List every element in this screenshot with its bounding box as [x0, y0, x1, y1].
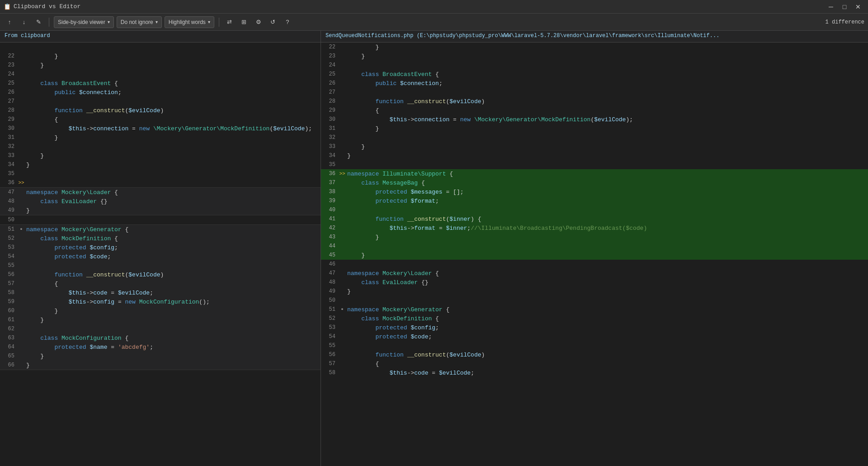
ignore-chevron: ▾: [156, 19, 158, 24]
nav-prev-button[interactable]: ↑: [4, 16, 15, 28]
left-panel-header: From clipboard: [0, 31, 321, 42]
close-button[interactable]: ✕: [852, 2, 864, 11]
table-row: 29 {: [321, 106, 868, 115]
ignore-label: Do not ignore: [121, 19, 153, 25]
table-row: 50: [321, 296, 868, 305]
table-row: 49 }: [0, 206, 321, 215]
table-row: 56 function __construct($evilCode): [321, 350, 868, 359]
ignore-dropdown[interactable]: Do not ignore ▾: [117, 16, 162, 28]
table-row: 48 class EvalLoader {}: [0, 197, 321, 206]
table-row: 31 }: [0, 133, 321, 142]
table-row: 25 class BroadcastEvent {: [0, 79, 321, 88]
table-row: 53 protected $config;: [321, 323, 868, 332]
table-row: 45 }: [321, 251, 868, 260]
table-row: 58 $this->code = $evilCode;: [0, 288, 321, 297]
table-row: 24: [0, 70, 321, 79]
maximize-button[interactable]: □: [838, 2, 851, 11]
settings-button[interactable]: ⚙: [253, 16, 264, 28]
table-row: 40: [321, 205, 868, 214]
table-row: 38 protected $messages = [];: [321, 187, 868, 196]
panels-header: From clipboard SendQueuedNotifications.p…: [0, 31, 868, 43]
table-row: 50: [0, 215, 321, 224]
table-row: 48 class EvalLoader {}: [321, 278, 868, 287]
table-row: 51 ● namespace Mockery\Generator {: [321, 305, 868, 314]
right-code-panel[interactable]: 22 } 23 } 24 25: [321, 43, 868, 466]
table-row: 32: [0, 142, 321, 151]
table-row: 57 {: [321, 359, 868, 368]
title-bar: 📋 Clipboard vs Editor ─ □ ✕: [0, 0, 868, 14]
table-row: 28 function __construct($evilCode): [321, 97, 868, 106]
viewer-chevron: ▾: [108, 19, 110, 24]
table-row: 39 protected $format;: [321, 196, 868, 205]
table-row: 26 public $connection;: [321, 79, 868, 88]
table-row: 25 class BroadcastEvent {: [321, 70, 868, 79]
table-row: 61 }: [0, 315, 321, 324]
toolbar-separator-2: [219, 18, 219, 27]
toolbar-separator-1: [49, 18, 49, 27]
table-row: 37 class MessageBag {: [321, 178, 868, 187]
table-row: 35: [0, 169, 321, 178]
table-row: 30 $this->connection = new \Mockery\Gene…: [0, 124, 321, 133]
table-row: [0, 43, 321, 52]
left-code-panel[interactable]: 22 } 23 } 24 25: [0, 43, 321, 466]
table-row: 47 namespace Mockery\Loader {: [0, 188, 321, 197]
right-code-area: 22 } 23 } 24 25: [321, 43, 868, 466]
help-button[interactable]: ?: [282, 16, 293, 28]
table-row: 41 function __construct($inner) {: [321, 214, 868, 223]
table-row: 33 }: [321, 142, 868, 151]
table-row: 42 $this->format = $inner;//\Illuminate\…: [321, 223, 868, 233]
table-row: 46: [321, 260, 868, 269]
table-row: 27: [321, 88, 868, 97]
toolbar: ↑ ↓ ✎ Side-by-side viewer ▾ Do not ignor…: [0, 14, 868, 31]
table-row: 62: [0, 324, 321, 333]
panels-body: 22 } 23 } 24 25: [0, 43, 868, 466]
viewer-label: Side-by-side viewer: [58, 19, 105, 25]
table-row: 51 ● namespace Mockery\Generator {: [0, 225, 321, 234]
table-row: 27: [0, 97, 321, 106]
table-row: 23 }: [321, 52, 868, 61]
table-row: 32: [321, 133, 868, 142]
columns-button[interactable]: ⊞: [238, 16, 250, 28]
table-row: 26 public $connection;: [0, 88, 321, 97]
refresh-button[interactable]: ↺: [267, 16, 279, 28]
app-title: Clipboard vs Editor: [14, 3, 825, 10]
app-icon: 📋: [4, 3, 11, 10]
table-row: 30 $this->connection = new \Mockery\Gene…: [321, 115, 868, 124]
table-row: 53 protected $config;: [0, 243, 321, 252]
highlight-label: Highlight words: [169, 19, 206, 25]
table-row: 49 }: [321, 287, 868, 296]
table-row: 24: [321, 61, 868, 70]
table-row: 36 >> namespace Illuminate\Support {: [321, 169, 868, 178]
table-row: 44: [321, 242, 868, 251]
table-row: 56 function __construct($evilCode): [0, 270, 321, 279]
main-container: From clipboard SendQueuedNotifications.p…: [0, 31, 868, 466]
table-row: 31 }: [321, 124, 868, 133]
highlight-chevron: ▾: [208, 19, 210, 24]
right-panel-header: SendQueuedNotifications.php (E:\phpstudy…: [321, 31, 868, 42]
edit-button[interactable]: ✎: [33, 16, 44, 28]
table-row: 52 class MockDefinition {: [0, 234, 321, 243]
diff-count: 1 difference: [826, 19, 864, 25]
table-row: 34 }: [321, 151, 868, 160]
nav-next-button[interactable]: ↓: [18, 16, 30, 28]
highlight-dropdown[interactable]: Highlight words ▾: [165, 16, 214, 28]
table-row: 64 protected $name = 'abcdefg';: [0, 342, 321, 352]
table-row: 29 {: [0, 115, 321, 124]
table-row: 63 class MockConfiguration {: [0, 333, 321, 342]
table-row: 36 >>: [0, 178, 321, 187]
table-row: 28 function __construct($evilCode): [0, 106, 321, 115]
table-row: 23 }: [0, 61, 321, 70]
table-row: 54 protected $code;: [321, 332, 868, 341]
table-row: 54 protected $code;: [0, 252, 321, 261]
table-row: 34 }: [0, 160, 321, 169]
viewer-dropdown[interactable]: Side-by-side viewer ▾: [54, 16, 114, 28]
table-row: 57 {: [0, 279, 321, 288]
table-row: 47 namespace Mockery\Loader {: [321, 269, 868, 278]
left-code-area: 22 } 23 } 24 25: [0, 43, 321, 466]
minimize-button[interactable]: ─: [825, 2, 837, 11]
table-row: 58 $this->code = $evilCode;: [321, 368, 868, 377]
options-button[interactable]: ⇄: [224, 16, 236, 28]
table-row: 55: [321, 341, 868, 350]
table-row: 43 }: [321, 233, 868, 242]
table-row: 66 }: [0, 361, 321, 370]
